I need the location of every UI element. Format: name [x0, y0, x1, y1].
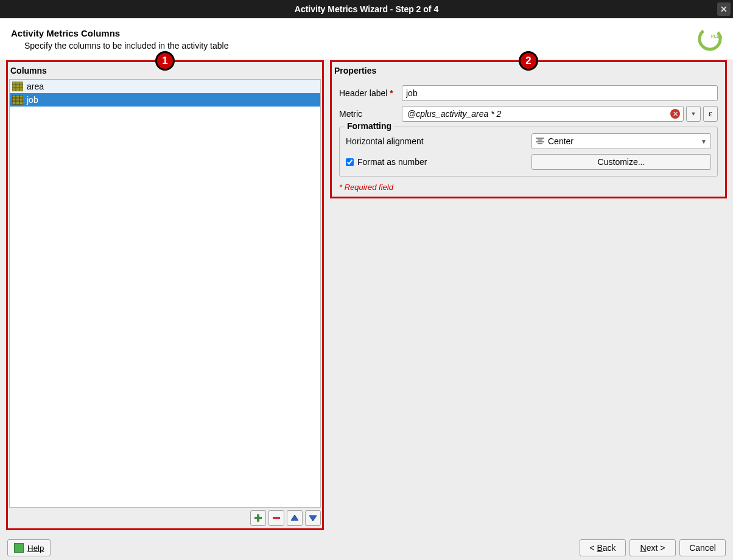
h-align-label: Horizontal alignment — [346, 136, 424, 146]
expression-button[interactable]: ε — [703, 106, 718, 122]
properties-panel: 2 Properties Header label * Metric ✕ — [330, 60, 727, 198]
table-icon — [12, 82, 23, 91]
move-up-button[interactable] — [287, 510, 303, 526]
badge-2: 2 — [519, 51, 538, 71]
wizard-header: Activity Metrics Columns Specify the col… — [0, 18, 733, 60]
titlebar: Activity Metrics Wizard - Step 2 of 4 ✕ — [0, 0, 733, 18]
page-subtitle: Specify the columns to be included in th… — [24, 41, 228, 51]
cplus-logo: PLUS — [698, 27, 722, 51]
format-as-number-label: Format as number — [357, 157, 427, 167]
columns-toolbar — [9, 508, 321, 527]
help-button[interactable]: Help — [7, 539, 51, 556]
h-align-select[interactable]: Center ▼ — [531, 133, 711, 149]
formatting-title: Formatting — [345, 121, 394, 131]
formatting-group: Formatting Horizontal alignment Center — [339, 127, 718, 177]
columns-list[interactable]: area job — [9, 79, 321, 508]
required-note: * Required field — [339, 183, 718, 192]
svg-rect-7 — [12, 95, 23, 105]
chevron-down-icon: ▼ — [701, 138, 707, 145]
help-label: Help — [27, 544, 44, 553]
metric-label: Metric — [339, 109, 397, 119]
triangle-up-icon — [290, 514, 299, 522]
table-icon — [12, 95, 23, 105]
clear-icon[interactable]: ✕ — [670, 109, 680, 119]
back-button[interactable]: < Back — [580, 539, 626, 556]
metric-dropdown-button[interactable]: ▼ — [686, 106, 701, 122]
epsilon-icon: ε — [709, 109, 712, 119]
customize-button[interactable]: Customize... — [531, 154, 711, 170]
align-center-icon — [536, 138, 544, 145]
svg-rect-14 — [273, 517, 280, 519]
svg-rect-13 — [254, 517, 262, 519]
wizard-footer: Help < Back Next > Cancel — [0, 536, 733, 560]
chevron-down-icon: ▼ — [691, 111, 696, 117]
window-title: Activity Metrics Wizard - Step 2 of 4 — [295, 4, 438, 14]
page-title: Activity Metrics Columns — [11, 28, 228, 38]
svg-rect-2 — [12, 82, 23, 91]
format-as-number-input[interactable] — [346, 158, 354, 166]
h-align-value: Center — [548, 136, 573, 146]
header-label-label: Header label * — [339, 88, 397, 98]
svg-point-0 — [698, 27, 722, 51]
close-icon[interactable]: ✕ — [717, 2, 731, 16]
help-icon — [14, 543, 24, 553]
triangle-down-icon — [309, 514, 317, 522]
svg-marker-15 — [291, 515, 298, 520]
metric-input[interactable] — [402, 106, 684, 122]
list-item[interactable]: area — [10, 80, 320, 93]
badge-1: 1 — [155, 51, 175, 71]
svg-text:PLUS: PLUS — [711, 34, 722, 38]
list-item-label: area — [27, 82, 44, 91]
cancel-button[interactable]: Cancel — [679, 539, 726, 556]
move-down-button[interactable] — [305, 510, 321, 526]
list-item-label: job — [27, 95, 38, 105]
remove-button[interactable] — [268, 510, 284, 526]
format-as-number-checkbox[interactable]: Format as number — [346, 157, 427, 167]
header-label-input[interactable] — [402, 85, 718, 101]
plus-icon — [254, 514, 262, 522]
list-item[interactable]: job — [10, 93, 320, 107]
next-button[interactable]: Next > — [630, 539, 676, 556]
add-button[interactable] — [250, 510, 266, 526]
columns-panel: 1 Columns area job — [6, 60, 324, 530]
svg-marker-16 — [309, 516, 317, 521]
minus-icon — [272, 514, 281, 522]
